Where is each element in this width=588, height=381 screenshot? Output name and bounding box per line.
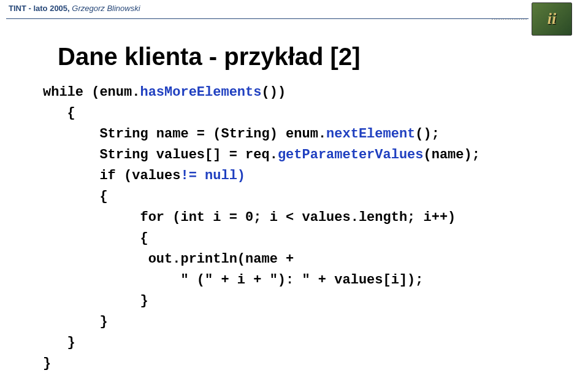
header-dots: - - - - - - - - - - - - - - - - [492, 17, 527, 21]
logo-text: ii [548, 10, 556, 28]
slide-title: Dane klienta - przykład [2] [58, 43, 360, 71]
course-label: TINT - lato 2005, [9, 4, 70, 13]
author-label: Grzegorz Blinowski [72, 4, 140, 13]
code-line: String values[] = req.getParameterValues… [43, 145, 480, 166]
code-line: } [43, 291, 480, 312]
code-line: } [43, 333, 480, 353]
code-line: for (int i = 0; i < values.length; i++) [43, 207, 480, 228]
code-block: while (enum.hasMoreElements()) { String … [43, 82, 480, 374]
code-line: out.println(name + [43, 249, 480, 270]
logo-badge: ii [532, 2, 572, 36]
header-rule [6, 18, 529, 19]
code-line: String name = (String) enum.nextElement(… [43, 124, 480, 145]
slide-header: TINT - lato 2005, Grzegorz Blinowski [9, 4, 140, 13]
code-line: } [43, 353, 480, 374]
code-line: while (enum.hasMoreElements()) [43, 82, 480, 103]
code-line: } [43, 312, 480, 333]
code-line: { [43, 103, 480, 124]
code-line: " (" + i + "): " + values[i]); [43, 270, 480, 291]
code-line: if (values!= null) [43, 166, 480, 187]
code-line: { [43, 228, 480, 249]
code-line: { [43, 187, 480, 207]
